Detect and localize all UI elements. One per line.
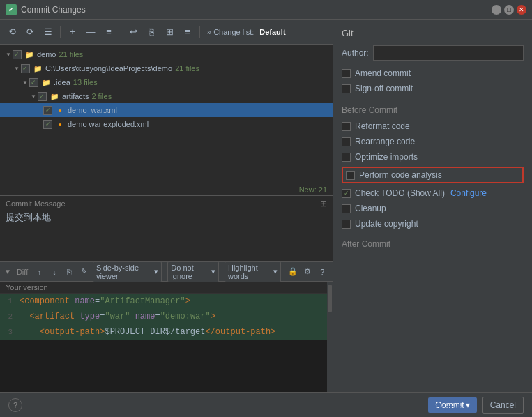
folder-icon: 📁 — [33, 63, 43, 73]
separator-3 — [199, 26, 200, 38]
list-item[interactable]: ▼ 📁 artifacts 2 files — [0, 89, 333, 103]
file-label: demo war exploded.xml — [68, 120, 149, 128]
title-bar: ✔ Commit Changes — □ ✕ — [0, 0, 532, 20]
amend-label: Amend commit — [355, 68, 411, 78]
file-checkbox[interactable] — [21, 64, 30, 73]
amend-commit-row: Amend commit — [342, 68, 524, 79]
code-line: 2 <artifact type="war" name="demo:war"> — [0, 309, 333, 324]
rearrange-checkbox[interactable] — [342, 137, 351, 146]
perform-analysis-checkbox[interactable] — [346, 171, 355, 180]
refresh-button[interactable]: ⟲ — [4, 24, 20, 40]
file-count: 13 files — [73, 78, 98, 86]
commit-message-input[interactable]: 提交到本地 — [6, 211, 327, 257]
file-checkbox[interactable] — [38, 92, 47, 101]
list-item[interactable]: ▼ 📁 .idea 13 files — [0, 75, 333, 89]
code-line: 1 <component name="ArtifactManager"> — [0, 294, 333, 309]
commit-message-section: Commit Message ⊞ 提交到本地 — [0, 195, 333, 261]
diff-button[interactable]: ≡ — [101, 24, 116, 40]
separator-1 — [60, 26, 61, 38]
right-panel: Git Author: Amend commit Sign-off commit… — [333, 20, 532, 417]
file-label: C:\Users\xueyong\IdeaProjects\demo — [45, 64, 172, 73]
diff-collapse-icon[interactable]: ▼ — [4, 268, 11, 275]
help-diff-button[interactable]: ? — [317, 265, 328, 279]
list-item[interactable]: 🔸 demo_war.xml — [0, 103, 333, 117]
diff-down-button[interactable]: ↓ — [48, 265, 60, 279]
reformat-checkbox[interactable] — [342, 122, 351, 131]
rearrange-label: Rearrange code — [355, 137, 415, 146]
file-label: demo — [37, 50, 56, 59]
close-button[interactable]: ✕ — [517, 5, 526, 15]
cancel-button[interactable]: Cancel — [482, 397, 524, 414]
settings-diff-button[interactable]: ⚙ — [302, 265, 314, 279]
list-item[interactable]: ▼ 📁 C:\Users\xueyong\IdeaProjects\demo 2… — [0, 61, 333, 75]
help-button[interactable]: ? — [8, 398, 22, 412]
settings-button[interactable]: ☰ — [40, 24, 56, 40]
list-item[interactable]: ▼ 📁 demo 21 files — [0, 47, 333, 61]
diff-up-button[interactable]: ↑ — [33, 265, 45, 279]
viewer-dropdown[interactable]: Side-by-side viewer ▾ — [93, 261, 162, 282]
author-input[interactable] — [373, 45, 524, 61]
undo-button[interactable]: ↩ — [126, 24, 141, 40]
cleanup-row: Cleanup — [342, 203, 524, 214]
more-button[interactable]: ≡ — [180, 24, 195, 40]
new-count-label: New: 21 — [6, 185, 327, 194]
signoff-commit-row: Sign-off commit — [342, 83, 524, 94]
diff-header: ▼ Diff ↑ ↓ ⎘ ✎ Side-by-side viewer ▾ Do … — [0, 262, 333, 282]
lock-button[interactable]: 🔒 — [287, 265, 298, 279]
perform-analysis-label: Perform code analysis — [359, 170, 442, 180]
author-row: Author: — [342, 45, 524, 61]
optimize-checkbox[interactable] — [342, 153, 351, 162]
optimize-imports-row: Optimize imports — [342, 151, 524, 162]
git-title: Git — [342, 28, 524, 38]
file-label: artifacts — [62, 92, 89, 100]
ignore-dropdown-label: Do not ignore — [171, 264, 210, 280]
list-item[interactable]: 🔸 demo war exploded.xml — [0, 117, 333, 131]
xml-icon: 🔸 — [55, 105, 65, 115]
signoff-checkbox[interactable] — [342, 84, 351, 93]
file-checkbox[interactable] — [29, 78, 38, 87]
ignore-dropdown-arrow: ▾ — [211, 267, 215, 276]
maximize-button[interactable]: □ — [504, 5, 514, 15]
folder-icon: 📁 — [41, 77, 51, 87]
copy-button[interactable]: ⎘ — [144, 24, 159, 40]
file-checkbox[interactable] — [43, 120, 52, 129]
line-content: <component name="ArtifactManager"> — [17, 296, 190, 306]
file-label: .idea — [54, 78, 70, 86]
diff-edit-button[interactable]: ✎ — [78, 265, 90, 279]
file-tree[interactable]: ▼ 📁 demo 21 files ▼ 📁 C:\Users\xueyong\I… — [0, 45, 333, 184]
code-line: 3 <output-path>$PROJECT_DIR$/target</out… — [0, 324, 333, 340]
minimize-button[interactable]: — — [492, 5, 501, 15]
diff-title: Diff — [17, 268, 28, 276]
amend-checkbox[interactable] — [342, 69, 351, 78]
update-copyright-label: Update copyright — [355, 219, 418, 229]
compare-button[interactable]: ⊞ — [162, 24, 177, 40]
add-button[interactable]: + — [65, 24, 80, 40]
diff-copy-button[interactable]: ⎘ — [63, 265, 75, 279]
check-todo-checkbox[interactable] — [342, 189, 351, 198]
viewer-dropdown-label: Side-by-side viewer — [96, 264, 153, 280]
update-copyright-checkbox[interactable] — [342, 220, 351, 229]
line-content: <artifact type="war" name="demo:war"> — [17, 312, 215, 321]
bottom-bar: ? Commit ▾ Cancel 5fCTO博客 — [0, 392, 532, 417]
main-container: ⟲ ⟳ ☰ + — ≡ ↩ ⎘ ⊞ ≡ » Change list: Defau… — [0, 20, 532, 417]
commit-message-label: Commit Message — [6, 199, 66, 208]
code-block: 1 <component name="ArtifactManager"> 2 <… — [0, 294, 333, 340]
cleanup-label: Cleanup — [355, 204, 386, 213]
before-commit-title: Before Commit — [342, 105, 524, 115]
cleanup-checkbox[interactable] — [342, 204, 351, 213]
optimize-label: Optimize imports — [355, 152, 418, 162]
update-button[interactable]: ⟳ — [22, 24, 38, 40]
scroll-thumb[interactable] — [328, 285, 332, 312]
line-number: 2 — [0, 312, 17, 321]
file-checkbox[interactable] — [43, 106, 52, 115]
toolbar: ⟲ ⟳ ☰ + — ≡ ↩ ⎘ ⊞ ≡ » Change list: Defau… — [0, 20, 333, 45]
configure-link[interactable]: Configure — [450, 188, 487, 198]
signoff-label: Sign-off commit — [355, 84, 413, 93]
window-title: Commit Changes — [21, 5, 86, 15]
line-number: 3 — [0, 328, 17, 336]
ignore-dropdown[interactable]: Do not ignore ▾ — [167, 261, 219, 282]
remove-button[interactable]: — — [83, 24, 98, 40]
highlight-dropdown[interactable]: Highlight words ▾ — [225, 261, 282, 282]
commit-message-icon[interactable]: ⊞ — [320, 199, 327, 208]
file-checkbox[interactable] — [13, 50, 22, 59]
